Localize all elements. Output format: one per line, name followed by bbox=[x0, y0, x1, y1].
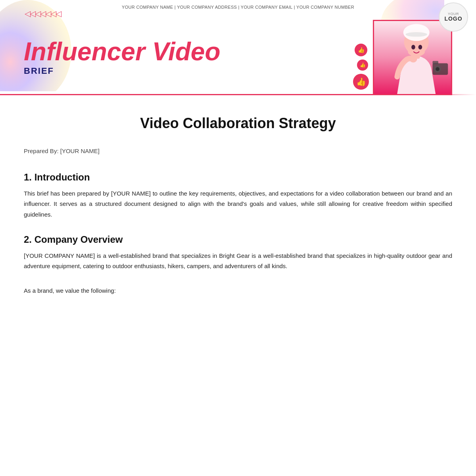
woman-silhouette bbox=[374, 21, 451, 94]
section-introduction: 1. Introduction This brief has been prep… bbox=[24, 172, 452, 220]
section-2-heading: 2. Company Overview bbox=[24, 234, 452, 245]
svg-point-10 bbox=[418, 45, 422, 50]
document-header: YOUR COMPANY NAME | YOUR COMPANY ADDRESS… bbox=[0, 0, 476, 95]
section-brand-values-intro: As a brand, we value the following: bbox=[24, 286, 452, 296]
prepared-by-line: Prepared By: [YOUR NAME] bbox=[24, 148, 452, 154]
brief-subtitle: BRIEF bbox=[24, 66, 221, 76]
social-icon-2: 👍 bbox=[357, 60, 368, 71]
page-title: Video Collaboration Strategy bbox=[24, 115, 452, 132]
svg-point-5 bbox=[406, 32, 427, 37]
social-icon-1: 👍 bbox=[355, 44, 367, 56]
section-1-heading: 1. Introduction bbox=[24, 172, 452, 183]
company-info-text: YOUR COMPANY NAME | YOUR COMPANY ADDRESS… bbox=[122, 5, 354, 10]
svg-point-9 bbox=[411, 45, 415, 50]
section-company-overview: 2. Company Overview [YOUR COMPANY NAME] … bbox=[24, 234, 452, 272]
social-icon-3: 👍 bbox=[353, 74, 369, 90]
header-title-area: Influencer Video BRIEF bbox=[24, 38, 221, 76]
svg-point-13 bbox=[436, 67, 440, 71]
logo-placeholder: YOUR LoGo bbox=[439, 2, 468, 32]
header-photo-inner bbox=[374, 21, 451, 94]
social-icons-group: 👍 👍 👍 bbox=[355, 44, 369, 90]
section-2-body: [YOUR COMPANY NAME] is a well-establishe… bbox=[24, 251, 452, 272]
back-arrows-decoration: ◁◁◁◁◁◁◁ bbox=[25, 9, 61, 18]
header-photo bbox=[373, 20, 452, 95]
section-1-body: This brief has been prepared by [YOUR NA… bbox=[24, 188, 452, 220]
company-info-bar: YOUR COMPANY NAME | YOUR COMPANY ADDRESS… bbox=[0, 5, 476, 10]
svg-point-8 bbox=[409, 55, 417, 62]
influencer-video-title: Influencer Video bbox=[24, 38, 221, 65]
main-content: Video Collaboration Strategy Prepared By… bbox=[0, 95, 476, 326]
svg-point-7 bbox=[408, 47, 425, 56]
svg-rect-14 bbox=[432, 61, 438, 64]
logo-logo-text: LoGo bbox=[444, 16, 462, 22]
brand-values-intro-text: As a brand, we value the following: bbox=[24, 286, 452, 296]
